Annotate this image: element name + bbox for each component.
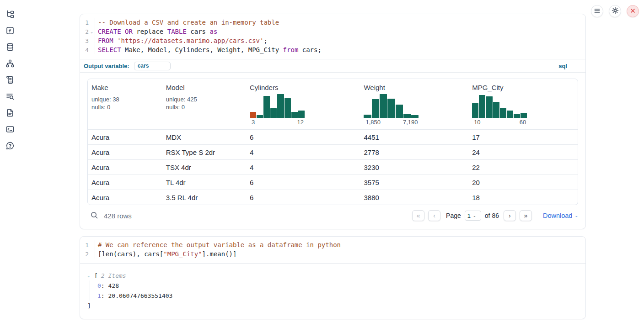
output-variable-input[interactable] — [134, 62, 171, 70]
sidebar-item-variables[interactable] — [2, 23, 18, 39]
histogram-bar — [472, 103, 478, 118]
table-cell: 20 — [468, 175, 578, 190]
column-histogram: 312 — [250, 94, 305, 126]
table-cell: Acura — [88, 190, 162, 205]
line-gutter: 4 — [80, 45, 95, 54]
histogram-bars — [472, 94, 527, 118]
notebook: 1-- Download a CSV and create an in-memo… — [80, 14, 586, 319]
column-header[interactable]: Modelunique: 425nulls: 0 — [162, 79, 246, 129]
column-stats: unique: 425nulls: 0 — [166, 95, 243, 111]
table-row[interactable]: AcuraTL 4dr6357520 — [88, 174, 578, 190]
close-bracket: ] — [87, 301, 578, 311]
open-bracket: [ — [94, 272, 98, 279]
search-icon[interactable] — [90, 211, 98, 221]
table-row[interactable]: AcuraMDX6445117 — [88, 129, 578, 144]
page-select[interactable]: 1 ⌄ — [465, 211, 481, 221]
table-cell: 24 — [468, 145, 578, 159]
table-cell: MDX — [162, 130, 246, 144]
tree-children: 0: 4281: 20.060747663551403 — [90, 280, 578, 301]
download-button[interactable]: Download ⌄ — [543, 212, 578, 219]
histogram-bar — [387, 99, 395, 118]
histogram-bar — [514, 114, 520, 118]
file-tree-icon — [5, 10, 15, 20]
sidebar-item-datasources[interactable] — [2, 39, 18, 56]
output-variable-label: Output variable: — [84, 63, 129, 69]
last-page-button[interactable]: » — [520, 210, 532, 221]
fold-chevron-icon[interactable]: ⌄ — [89, 29, 95, 34]
histogram-axis-labels: 1060 — [472, 118, 527, 126]
code-token: TABLE — [167, 28, 187, 35]
code-token: 'https://datasets.marimo.app/cars.csv' — [117, 37, 263, 44]
sidebar-item-help[interactable] — [2, 138, 18, 154]
gear-icon — [612, 7, 619, 16]
axis-min-label: 10 — [474, 119, 480, 126]
column-name: Cylinders — [250, 84, 358, 91]
histogram-bars — [364, 94, 419, 118]
histogram-bar — [257, 115, 263, 118]
table-cell: Acura — [88, 175, 162, 190]
table-cell: 3230 — [360, 160, 468, 174]
histogram-bar — [507, 111, 513, 118]
python-code-editor[interactable]: 1# We can reference the output variable … — [80, 237, 585, 263]
histogram-bar — [396, 105, 403, 118]
code-token: SELECT — [98, 46, 121, 53]
code-token: cars — [187, 28, 210, 35]
page-select-value: 1 — [467, 212, 471, 219]
data-table: Makeunique: 38nulls: 0Modelunique: 425nu… — [87, 79, 578, 205]
stat-line: nulls: 0 — [91, 103, 160, 111]
column-stats: unique: 38nulls: 0 — [91, 95, 160, 111]
file-text-icon — [5, 108, 15, 119]
line-number: 2 — [85, 28, 89, 35]
code-token: Make, Model, Cylinders, Weight, MPG_City — [121, 46, 283, 53]
column-header[interactable]: Cylinders312 — [246, 79, 360, 129]
first-page-button[interactable]: « — [412, 210, 424, 221]
axis-min-label: 3 — [252, 119, 255, 126]
line-number: 1 — [85, 242, 89, 248]
list-search-icon — [5, 92, 15, 102]
histogram-bar — [298, 111, 305, 118]
next-page-button[interactable]: › — [504, 210, 516, 221]
sidebar-item-file-explorer[interactable] — [2, 6, 18, 23]
download-label: Download — [543, 212, 573, 219]
settings-button[interactable] — [609, 5, 621, 17]
dependency-graph-icon — [5, 59, 15, 69]
table-row[interactable]: Acura3.5 RL 4dr6388018 — [88, 190, 578, 205]
code-text: SELECT Make, Model, Cylinders, Weight, M… — [95, 46, 322, 53]
shutdown-button[interactable] — [627, 5, 639, 17]
sidebar-item-scratchpad[interactable] — [2, 72, 18, 89]
table-cell: 4 — [246, 145, 360, 159]
histogram-axis-labels: 1,8507,190 — [364, 118, 419, 126]
column-header[interactable]: MPG_City1060 — [468, 79, 578, 129]
table-header: Makeunique: 38nulls: 0Modelunique: 425nu… — [88, 79, 578, 129]
table-row[interactable]: AcuraRSX Type S 2dr4277824 — [88, 144, 578, 159]
line-gutter: 2 — [80, 249, 95, 259]
column-header[interactable]: Weight1,8507,190 — [360, 79, 468, 129]
code-line: 2⌄CREATE OR replace TABLE cars as — [80, 27, 585, 36]
sidebar-item-dependency-graph[interactable] — [2, 56, 18, 72]
sidebar-item-documentation[interactable] — [2, 105, 18, 122]
sql-code-editor[interactable]: 1-- Download a CSV and create an in-memo… — [80, 14, 585, 59]
database-icon — [5, 42, 15, 53]
code-text: CREATE OR replace TABLE cars as — [95, 28, 217, 35]
sidebar-item-logs[interactable] — [2, 89, 18, 105]
code-token: as — [209, 28, 217, 35]
table-cell: 6 — [246, 130, 360, 144]
axis-max-label: 12 — [297, 119, 303, 126]
table-cell: 6 — [246, 175, 360, 190]
table-footer: 428 rows « ‹ Page 1 ⌄ of 86 › » Download — [87, 205, 578, 229]
histogram-bar — [486, 96, 492, 118]
table-cell: 3.5 RL 4dr — [162, 190, 246, 205]
column-header[interactable]: Makeunique: 38nulls: 0 — [88, 79, 162, 129]
sidebar-item-snippets[interactable] — [2, 122, 18, 138]
axis-min-label: 1,850 — [365, 119, 381, 126]
code-line: 1-- Download a CSV and create an in-memo… — [80, 18, 585, 27]
code-token: "MPG_City" — [163, 250, 202, 258]
table-row[interactable]: AcuraTSX 4dr4323022 — [88, 159, 578, 174]
collapse-chevron-icon[interactable]: ⌄ — [87, 273, 94, 278]
table-cell: 3880 — [360, 190, 468, 205]
page-total-label: of 86 — [485, 212, 499, 219]
prev-page-button[interactable]: ‹ — [428, 210, 440, 221]
python-cell: 1# We can reference the output variable … — [80, 236, 586, 319]
menu-button[interactable] — [591, 5, 603, 17]
histogram-bar — [372, 99, 379, 118]
